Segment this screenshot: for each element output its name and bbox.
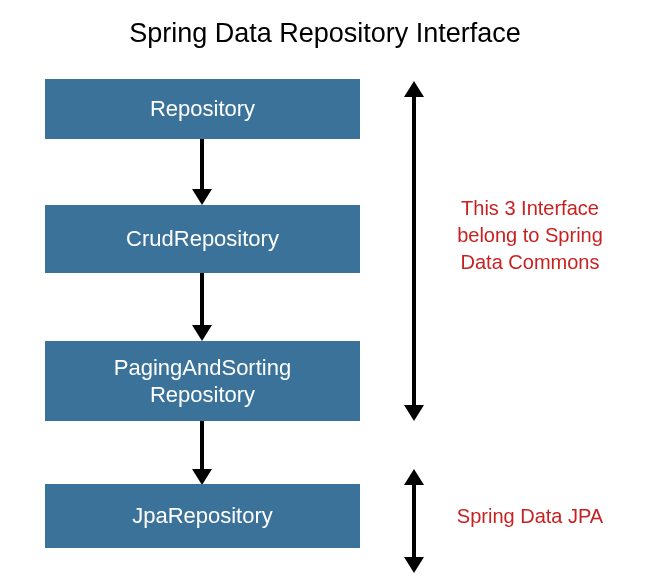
arrowhead-2 [192,325,212,341]
box-repository-label: Repository [150,95,255,123]
box-jparepository-label: JpaRepository [132,502,273,530]
note-jpa: Spring Data JPA [440,503,620,530]
diagram-title: Spring Data Repository Interface [0,0,650,59]
arrowhead-3 [192,469,212,485]
range-bar-jpa-arrow-down-icon [404,557,424,573]
range-bar-jpa-arrow-up-icon [404,469,424,485]
box-crudrepository: CrudRepository [45,205,360,273]
connector-1 [200,139,204,191]
range-bar-commons [412,95,416,407]
diagram-area: Repository CrudRepository PagingAndSorti… [0,59,650,569]
range-bar-commons-arrow-up-icon [404,81,424,97]
box-jparepository: JpaRepository [45,484,360,548]
connector-2 [200,273,204,327]
box-crudrepository-label: CrudRepository [126,225,279,253]
connector-3 [200,421,204,471]
box-repository: Repository [45,79,360,139]
arrowhead-1 [192,189,212,205]
range-bar-jpa [412,483,416,559]
note-commons: This 3 Interface belong to Spring Data C… [440,195,620,276]
range-bar-commons-arrow-down-icon [404,405,424,421]
box-pagingandsorting-repository: PagingAndSortingRepository [45,341,360,421]
box-pagingandsorting-repository-label: PagingAndSortingRepository [114,354,291,409]
